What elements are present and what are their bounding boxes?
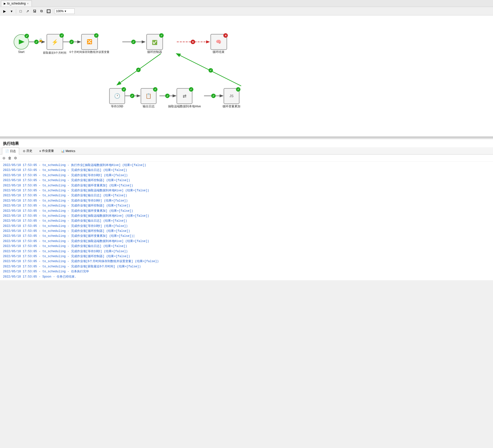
log-line: 2022/05/18 17:53:05 - to_scheduling - 执行… — [3, 163, 490, 168]
svg-text:✓: ✓ — [61, 34, 63, 37]
svg-text:输出日志: 输出日志 — [143, 105, 155, 108]
tab-bar: ▶ to_scheduling × — [0, 0, 493, 7]
svg-text:🔀: 🔀 — [87, 39, 92, 44]
svg-text:🔒: 🔒 — [39, 38, 43, 42]
main-toolbar: ▶ ▾ □ ↗ 🖫 ⧉ 🔲 100% ▾ — [0, 7, 493, 15]
view-button[interactable]: 🔲 — [45, 8, 51, 14]
log-line: 2022/05/18 17:53:05 - to_scheduling - 完成… — [3, 213, 490, 218]
run-icon: ▶ — [3, 9, 6, 13]
tab-log[interactable]: 📄 日志 — [2, 148, 19, 155]
log-line: 2022/05/18 17:53:05 - to_scheduling - 完成… — [3, 188, 490, 193]
zoom-dropdown-icon: ▾ — [65, 9, 66, 13]
log-line: 2022/05/18 17:53:05 - to_scheduling - 任务… — [3, 269, 490, 274]
log-line: 2022/05/18 17:53:05 - to_scheduling - 完成… — [3, 218, 490, 223]
canvas-scrollbar[interactable] — [0, 137, 493, 139]
tab-history-icon: ⊙ — [23, 149, 25, 153]
toolbar-separator-2 — [53, 9, 53, 14]
tab-job-metrics[interactable]: ≡ 作业度量 — [36, 147, 57, 154]
svg-text:📋: 📋 — [145, 93, 152, 99]
svg-text:✅: ✅ — [152, 40, 158, 45]
svg-text:循环变量累加: 循环变量累加 — [223, 105, 240, 108]
tab-history-label: 历史 — [26, 149, 32, 153]
save-icon: 🖫 — [33, 9, 36, 13]
log-line: 2022/05/18 17:53:05 - to_scheduling - 完成… — [3, 173, 490, 178]
svg-text:✕: ✕ — [192, 41, 194, 43]
view-icon: 🔲 — [46, 9, 51, 13]
tab-log-icon: 📄 — [5, 149, 9, 153]
svg-text:🧠: 🧠 — [216, 39, 222, 44]
log-line: 2022/05/18 17:53:05 - to_scheduling - 完成… — [3, 249, 490, 254]
log-line: 2022/05/18 17:53:05 - to_scheduling - 完成… — [3, 198, 490, 203]
svg-text:✕: ✕ — [224, 34, 227, 37]
svg-text:🕐: 🕐 — [114, 93, 120, 99]
workflow-canvas[interactable]: ✓ ✓ ✓ ✕ ✓ ✓ ✓ ✓ ✓ — [0, 15, 493, 137]
tab-job-metrics-icon: ≡ — [39, 149, 41, 153]
tab-icon: ▶ — [4, 2, 6, 5]
zoom-value: 100% — [56, 9, 64, 13]
svg-text:⚡: ⚡ — [51, 39, 58, 45]
tab-history[interactable]: ⊙ 历史 — [20, 147, 36, 154]
svg-text:循环控制器: 循环控制器 — [147, 50, 162, 54]
delete-button[interactable]: 🗑 — [7, 156, 12, 161]
move-tool-button[interactable]: ↗ — [25, 8, 31, 14]
rect-icon: □ — [20, 9, 22, 13]
dropdown-icon: ▾ — [11, 9, 12, 13]
log-line: 2022/05/18 17:53:05 - to_scheduling - 完成… — [3, 224, 490, 229]
rect-tool-button[interactable]: □ — [18, 8, 24, 14]
svg-text:✓: ✓ — [166, 94, 169, 97]
log-content: 2022/05/18 17:53:05 - to_scheduling - 执行… — [0, 162, 493, 280]
tab-metrics-label: Metrics — [66, 149, 75, 153]
dropdown-button[interactable]: ▾ — [8, 8, 14, 14]
svg-text:✓: ✓ — [123, 88, 125, 91]
svg-text:循环结束: 循环结束 — [213, 50, 224, 54]
tab-to-scheduling[interactable]: ▶ to_scheduling × — [1, 0, 32, 6]
log-line: 2022/05/18 17:53:05 - to_scheduling - 完成… — [3, 229, 490, 234]
log-line: 2022/05/18 17:53:05 - to_scheduling - 完成… — [3, 254, 490, 259]
log-line: 2022/05/18 17:53:05 - to_scheduling - 完成… — [3, 178, 490, 183]
svg-text:✓: ✓ — [131, 94, 133, 97]
run-button[interactable]: ▶ — [1, 8, 7, 14]
svg-text:抽取远端数据到本地Hive: 抽取远端数据到本地Hive — [168, 105, 201, 108]
tab-job-metrics-label: 作业度量 — [42, 149, 54, 153]
settings-button[interactable]: ⚙ — [13, 156, 18, 161]
svg-text:✓: ✓ — [210, 69, 212, 72]
svg-text:✓: ✓ — [35, 41, 38, 43]
svg-text:等待10秒: 等待10秒 — [111, 105, 123, 108]
log-line: 2022/05/18 17:53:05 - to_scheduling - 完成… — [3, 183, 490, 188]
log-line: 2022/05/18 17:53:05 - Spoon - 任务已经结束. — [3, 274, 490, 279]
log-line: 2022/05/18 17:53:05 - to_scheduling - 完成… — [3, 259, 490, 264]
svg-text:✓: ✓ — [154, 88, 156, 91]
tab-metrics-icon: 📊 — [61, 149, 65, 153]
svg-text:✓: ✓ — [190, 88, 192, 91]
svg-text:6个月时间保存到数组并设置变量: 6个月时间保存到数组并设置变量 — [70, 50, 109, 53]
svg-text:⇄: ⇄ — [183, 94, 186, 99]
svg-text:✓: ✓ — [26, 35, 28, 38]
tab-label: to_scheduling — [7, 2, 26, 5]
log-line: 2022/05/18 17:53:05 - to_scheduling - 完成… — [3, 264, 490, 269]
zoom-select[interactable]: 100% ▾ — [55, 8, 75, 14]
log-line: 2022/05/18 17:53:05 - to_scheduling - 完成… — [3, 239, 490, 244]
svg-text:✓: ✓ — [70, 41, 73, 43]
results-toolbar: ⊖ 🗑 ⚙ — [0, 155, 493, 162]
copy-button[interactable]: ⧉ — [39, 8, 45, 14]
log-line: 2022/05/18 17:53:05 - to_scheduling - 完成… — [3, 203, 490, 208]
log-line: 2022/05/18 17:53:05 - to_scheduling - 完成… — [3, 244, 490, 249]
results-panel: 执行结果 📄 日志 ⊙ 历史 ≡ 作业度量 📊 Metrics ⊖ 🗑 ⚙ 20… — [0, 139, 493, 280]
svg-text:✓: ✓ — [132, 41, 134, 43]
svg-text:✓: ✓ — [137, 68, 139, 71]
svg-text:✓: ✓ — [160, 34, 163, 37]
results-tab-bar: 📄 日志 ⊙ 历史 ≡ 作业度量 📊 Metrics — [0, 147, 493, 155]
move-icon: ↗ — [26, 9, 29, 13]
svg-text:✓: ✓ — [95, 34, 97, 37]
results-title: 执行结果 — [0, 139, 493, 147]
svg-text:获取最近6个月时间: 获取最近6个月时间 — [43, 51, 66, 54]
tab-close-icon[interactable]: × — [27, 2, 29, 5]
svg-text:Start: Start — [18, 50, 25, 54]
svg-text:✓: ✓ — [212, 94, 215, 97]
tab-log-label: 日志 — [10, 149, 16, 153]
clear-button[interactable]: ⊖ — [2, 156, 6, 161]
tab-metrics[interactable]: 📊 Metrics — [58, 148, 79, 154]
log-line: 2022/05/18 17:53:05 - to_scheduling - 完成… — [3, 168, 490, 173]
save-button[interactable]: 🖫 — [32, 8, 38, 14]
svg-text:✓: ✓ — [237, 88, 239, 91]
